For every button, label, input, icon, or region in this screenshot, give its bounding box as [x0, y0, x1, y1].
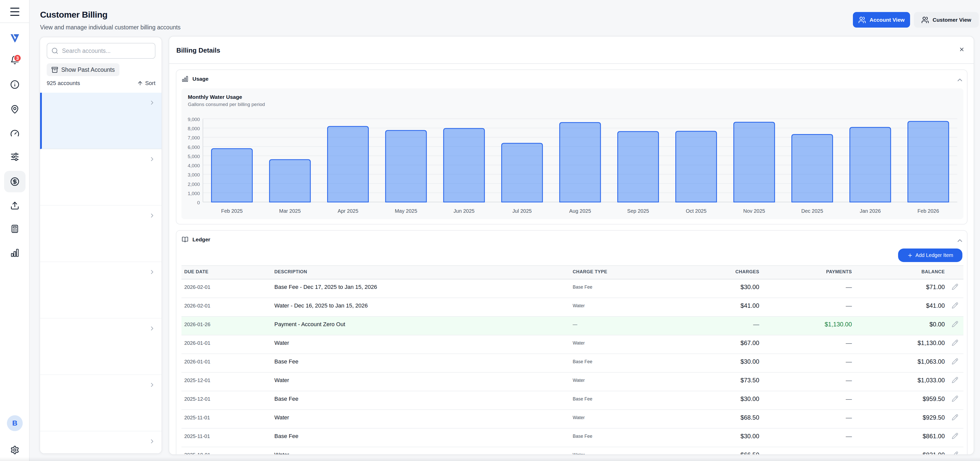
svg-text:9,000: 9,000 [188, 117, 200, 122]
svg-text:Jun 2025: Jun 2025 [453, 208, 474, 214]
svg-text:0: 0 [197, 200, 200, 205]
svg-text:7,000: 7,000 [188, 135, 200, 140]
svg-text:May 2025: May 2025 [395, 208, 417, 214]
svg-text:Aug 2025: Aug 2025 [569, 208, 591, 214]
svg-text:Jan 2026: Jan 2026 [860, 208, 881, 214]
svg-text:Feb 2025: Feb 2025 [221, 208, 243, 214]
svg-text:6,000: 6,000 [188, 145, 200, 150]
svg-text:Dec 2025: Dec 2025 [801, 208, 823, 214]
svg-text:Sep 2025: Sep 2025 [627, 208, 649, 214]
svg-text:Apr 2025: Apr 2025 [338, 208, 358, 214]
svg-text:3,000: 3,000 [188, 172, 200, 177]
svg-text:1,000: 1,000 [188, 191, 200, 196]
svg-text:8,000: 8,000 [188, 126, 200, 131]
svg-text:Feb 2026: Feb 2026 [918, 208, 939, 214]
svg-text:Nov 2025: Nov 2025 [743, 208, 765, 214]
svg-text:Oct 2025: Oct 2025 [686, 208, 706, 214]
svg-text:4,000: 4,000 [188, 163, 200, 168]
svg-text:Jul 2025: Jul 2025 [512, 208, 532, 214]
svg-text:2,000: 2,000 [188, 182, 200, 187]
svg-text:5,000: 5,000 [188, 154, 200, 159]
svg-text:Mar 2025: Mar 2025 [279, 208, 301, 214]
